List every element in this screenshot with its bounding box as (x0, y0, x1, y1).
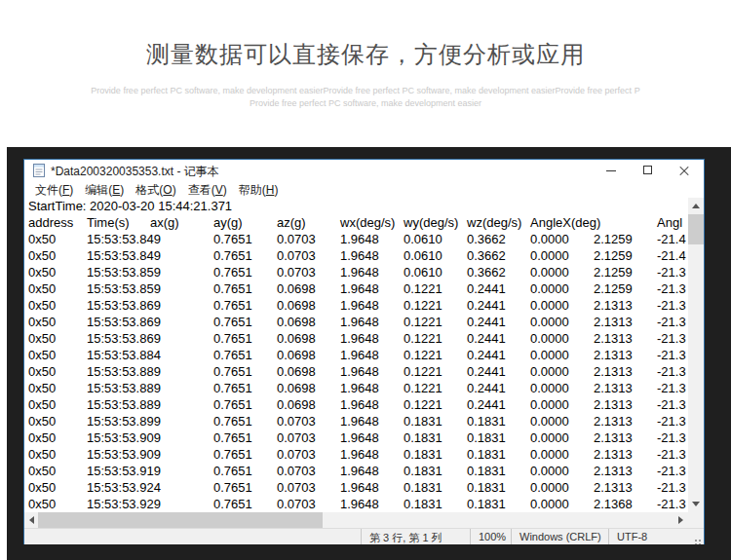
editor-data-row-cell: 1.9648 (340, 363, 379, 380)
maximize-button[interactable] (630, 160, 666, 181)
editor-data-row-cell: 0x50 (28, 429, 56, 446)
editor-data-row-cell: 0.7651 (213, 380, 252, 396)
notepad-window: *Data200320035353.txt - 记事本 文件(F)编辑(E)格式… (23, 159, 705, 544)
editor-data-row-cell: 1.9648 (340, 247, 379, 264)
status-spacer (24, 529, 361, 544)
horizontal-scrollbar[interactable] (24, 512, 688, 528)
editor-data-row-cell: -21.3 (657, 330, 686, 347)
editor-data-row-cell: 0x50 (28, 363, 56, 380)
editor-data-row-cell: 1.9648 (340, 314, 379, 330)
editor-data-row-cell: 15:53:53.849 (87, 231, 161, 247)
editor-data-row-cell: 0.1221 (404, 280, 442, 297)
hero-section: 测量数据可以直接保存，方便分析或应用 Provide free perfect … (0, 0, 731, 147)
screenshot-frame: *Data200320035353.txt - 记事本 文件(F)编辑(E)格式… (7, 147, 731, 560)
editor-data-row-cell: 0.0703 (277, 496, 316, 512)
editor-data-row-cell: 15:53:53.869 (87, 330, 161, 347)
editor-data-row-cell: 0.0000 (530, 330, 569, 347)
editor-data-row-cell: 2.1313 (594, 396, 633, 413)
editor-data-row-cell: 0.7651 (213, 297, 252, 314)
editor-data-row-cell: -21.3 (657, 280, 686, 297)
editor-data-row-cell: 2.1368 (594, 496, 633, 512)
editor-data-row-cell: 0.7651 (213, 231, 252, 247)
editor-data-row-cell: 0.7651 (213, 264, 252, 280)
editor-data-row-cell: 0.0000 (530, 280, 569, 297)
editor-data-row-cell: 0.0000 (530, 347, 569, 363)
editor-data-row-cell: 0.1831 (467, 429, 506, 446)
editor-data-row-cell: 0.3662 (467, 247, 506, 264)
editor-data-row-cell: 2.1259 (594, 280, 633, 297)
editor-data-row: 0x5015:53:53.8840.76510.06981.96480.1221… (24, 347, 688, 363)
minimize-button[interactable] (594, 160, 630, 181)
editor-data-row: 0x5015:53:53.8690.76510.06981.96480.1221… (24, 330, 688, 347)
menu-item-view[interactable]: 查看(V) (182, 181, 233, 198)
editor-header-line-cell: AngleX(deg) (530, 214, 600, 231)
editor-data-row-cell: -21.3 (657, 496, 686, 512)
scroll-left-icon[interactable] (29, 516, 34, 524)
editor-data-row-cell: 0x50 (28, 479, 56, 496)
editor-data-row-cell: 0x50 (28, 264, 56, 280)
scroll-right-icon[interactable] (678, 516, 683, 524)
editor-data-row-cell: 1.9648 (340, 380, 379, 396)
page-title: 测量数据可以直接保存，方便分析或应用 (0, 39, 731, 70)
editor-data-row-cell: 0x50 (28, 347, 56, 363)
editor-data-row-cell: 15:53:53.889 (87, 363, 161, 380)
vertical-scrollbar[interactable] (688, 198, 704, 512)
editor-data-row-cell: 0.2441 (467, 314, 506, 330)
editor-data-row-cell: 0.0610 (404, 247, 442, 264)
editor-data-row-cell: 0x50 (28, 396, 56, 413)
editor-data-row-cell: 2.1313 (594, 363, 633, 380)
editor-data-row-cell: 0.2441 (467, 280, 506, 297)
editor-data-row-cell: 0x50 (28, 280, 56, 297)
editor-data-row-cell: 15:53:53.919 (87, 463, 161, 479)
editor-data-row: 0x5015:53:53.8990.76510.07031.96480.1831… (24, 413, 688, 429)
editor-data-row-cell: 0.0703 (277, 463, 316, 479)
horizontal-scrollbar-thumb[interactable] (38, 512, 323, 528)
editor-data-row-cell: -21.3 (657, 429, 686, 446)
editor-data-row-cell: 0.2441 (467, 297, 506, 314)
scroll-up-icon[interactable] (692, 204, 700, 208)
editor-data-row-cell: 0.1221 (404, 363, 442, 380)
window-controls (594, 160, 702, 181)
text-editor[interactable]: StartTime: 2020-03-20 15:44:21.371addres… (24, 198, 688, 512)
editor-data-row-cell: 0x50 (28, 463, 56, 479)
menu-item-format[interactable]: 格式(O) (130, 181, 181, 198)
editor-data-row-cell: 0.2441 (467, 380, 506, 396)
editor-data-row-cell: 0.1831 (467, 479, 506, 496)
editor-data-row-cell: 2.1313 (594, 297, 633, 314)
editor-data-row-cell: 0.3662 (467, 264, 506, 280)
editor-header-line-cell: Angl (657, 214, 682, 231)
editor-data-row-cell: 2.1313 (594, 479, 633, 496)
editor-data-row-cell: -21.3 (657, 396, 686, 413)
title-bar[interactable]: *Data200320035353.txt - 记事本 (24, 160, 704, 181)
scroll-down-icon[interactable] (692, 502, 700, 506)
hero-tagline-1: Provide free perfect PC software, make d… (0, 85, 731, 97)
resize-grip-icon[interactable] (699, 540, 701, 541)
status-zoom-level: 100% (470, 529, 511, 544)
close-button[interactable] (666, 160, 702, 181)
editor-data-row-cell: 0x50 (28, 446, 56, 463)
editor-data-row: 0x5015:53:53.8590.76510.06981.96480.1221… (24, 280, 688, 297)
editor-data-row-cell: -21.3 (657, 446, 686, 463)
editor-data-row-cell: 2.1313 (594, 413, 633, 429)
editor-data-row-cell: 15:53:53.924 (87, 479, 161, 496)
editor-data-row-cell: 0.1221 (404, 347, 442, 363)
editor-data-row-cell: 1.9648 (340, 297, 379, 314)
editor-data-row-cell: 1.9648 (340, 479, 379, 496)
menu-item-help[interactable]: 帮助(H) (233, 181, 285, 198)
editor-data-row: 0x5015:53:53.9090.76510.07031.96480.1831… (24, 446, 688, 463)
editor-data-row-cell: 2.1313 (594, 330, 633, 347)
editor-data-row-cell: 0x50 (28, 314, 56, 330)
editor-header-line-cell: az(g) (277, 214, 306, 231)
editor-data-row-cell: 1.9648 (340, 396, 379, 413)
editor-header-line: addressTime(s)ax(g)ay(g)az(g)wx(deg/s)wy… (24, 214, 688, 231)
menu-item-file[interactable]: 文件(F) (29, 181, 79, 198)
editor-data-row-cell: 0.0698 (277, 347, 316, 363)
editor-data-row: 0x5015:53:53.9090.76510.07031.96480.1831… (24, 429, 688, 446)
status-bar: 第 3 行, 第 1 列 100% Windows (CRLF) UTF-8 (24, 528, 704, 544)
editor-data-row-cell: -21.3 (657, 363, 686, 380)
editor-data-row-cell: -21.3 (657, 479, 686, 496)
editor-data-row-cell: 15:53:53.884 (87, 347, 161, 363)
editor-data-row-cell: 0.0698 (277, 380, 316, 396)
menu-item-edit[interactable]: 编辑(E) (79, 181, 130, 198)
vertical-scrollbar-thumb[interactable] (688, 214, 704, 244)
